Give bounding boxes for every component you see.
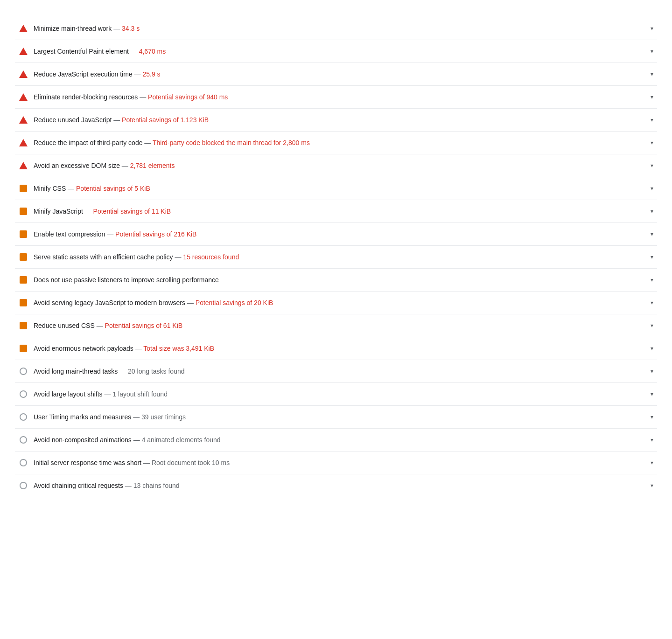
- item-separator: —: [123, 482, 133, 489]
- item-separator: —: [185, 299, 196, 306]
- item-detail: Potential savings of 61 KiB: [105, 322, 183, 329]
- item-label: Largest Contentful Paint element — 4,670…: [34, 48, 166, 55]
- chevron-down-icon: ▾: [651, 437, 653, 443]
- info-icon: [19, 389, 28, 399]
- chevron-down-icon: ▾: [651, 299, 653, 306]
- item-detail: Third-party code blocked the main thread…: [153, 139, 310, 146]
- item-detail: 15 resources found: [183, 253, 239, 261]
- chevron-down-icon: ▾: [651, 322, 653, 329]
- warning-icon: [19, 321, 28, 330]
- item-detail: 13 chains found: [133, 482, 180, 489]
- chevron-down-icon: ▾: [651, 185, 653, 192]
- item-label: Reduce unused CSS — Potential savings of…: [34, 322, 182, 329]
- item-label: Avoid non-composited animations — 4 anim…: [34, 436, 221, 444]
- diagnostic-item-reduce-js-execution[interactable]: Reduce JavaScript execution time — 25.9 …: [15, 63, 657, 86]
- item-detail: 39 user timings: [141, 413, 186, 421]
- chevron-down-icon: ▾: [651, 414, 653, 420]
- item-separator: —: [173, 253, 183, 261]
- item-separator: —: [142, 139, 153, 146]
- item-label: User Timing marks and measures — 39 user…: [34, 413, 186, 421]
- chevron-down-icon: ▾: [651, 368, 653, 375]
- item-separator: —: [120, 162, 130, 169]
- item-detail: 34.3 s: [122, 25, 140, 32]
- diagnostic-item-minify-css[interactable]: Minify CSS — Potential savings of 5 KiB▾: [15, 177, 657, 200]
- item-label: Avoid long main-thread tasks — 20 long t…: [34, 368, 185, 375]
- chevron-down-icon: ▾: [651, 459, 653, 466]
- item-label: Does not use passive listeners to improv…: [34, 276, 219, 284]
- chevron-down-icon: ▾: [651, 254, 653, 260]
- item-separator: —: [95, 322, 105, 329]
- diagnostic-item-dom-size[interactable]: Avoid an excessive DOM size — 2,781 elem…: [15, 154, 657, 177]
- diagnostic-item-server-response-time[interactable]: Initial server response time was short —…: [15, 451, 657, 474]
- diagnostic-item-text-compression[interactable]: Enable text compression — Potential savi…: [15, 223, 657, 246]
- item-detail: Potential savings of 940 ms: [148, 93, 228, 101]
- warning-icon: [19, 207, 28, 216]
- item-detail: Potential savings of 20 KiB: [196, 299, 273, 306]
- item-separator: —: [66, 185, 76, 192]
- item-label: Avoid serving legacy JavaScript to moder…: [34, 299, 273, 306]
- item-label: Reduce the impact of third-party code — …: [34, 139, 310, 146]
- info-icon: [19, 367, 28, 376]
- diagnostic-item-network-payloads[interactable]: Avoid enormous network payloads — Total …: [15, 337, 657, 360]
- item-detail: Potential savings of 216 KiB: [115, 230, 196, 238]
- chevron-down-icon: ▾: [651, 208, 653, 215]
- diagnostic-item-reduce-unused-js[interactable]: Reduce unused JavaScript — Potential sav…: [15, 109, 657, 132]
- item-label: Minify CSS — Potential savings of 5 KiB: [34, 185, 150, 192]
- diagnostic-item-eliminate-render-blocking[interactable]: Eliminate render-blocking resources — Po…: [15, 86, 657, 109]
- error-icon: [19, 24, 28, 33]
- item-separator: —: [118, 368, 128, 375]
- diagnostics-container: Minimize main-thread work — 34.3 s▾Large…: [0, 0, 672, 508]
- item-separator: —: [131, 413, 141, 421]
- item-detail: 20 long tasks found: [128, 368, 184, 375]
- item-detail: 2,781 elements: [130, 162, 175, 169]
- item-detail: 4,670 ms: [139, 48, 166, 55]
- item-detail: Root document took 10 ms: [152, 459, 230, 466]
- chevron-down-icon: ▾: [651, 277, 653, 283]
- item-label: Initial server response time was short —…: [34, 459, 230, 466]
- chevron-down-icon: ▾: [651, 139, 653, 146]
- chevron-down-icon: ▾: [651, 117, 653, 123]
- error-icon: [19, 161, 28, 170]
- error-icon: [19, 69, 28, 79]
- diagnostic-item-layout-shifts[interactable]: Avoid large layout shifts — 1 layout shi…: [15, 383, 657, 406]
- diagnostic-item-largest-contentful-paint[interactable]: Largest Contentful Paint element — 4,670…: [15, 40, 657, 63]
- diagnostic-item-third-party-code[interactable]: Reduce the impact of third-party code — …: [15, 132, 657, 154]
- diagnostic-item-minimize-main-thread[interactable]: Minimize main-thread work — 34.3 s▾: [15, 17, 657, 40]
- info-icon: [19, 412, 28, 422]
- item-label: Eliminate render-blocking resources — Po…: [34, 93, 228, 101]
- item-label: Reduce unused JavaScript — Potential sav…: [34, 116, 209, 124]
- item-separator: —: [141, 459, 152, 466]
- warning-icon: [19, 229, 28, 239]
- warning-icon: [19, 252, 28, 262]
- diagnostic-item-passive-listeners[interactable]: Does not use passive listeners to improv…: [15, 269, 657, 292]
- diagnostic-item-long-tasks[interactable]: Avoid long main-thread tasks — 20 long t…: [15, 360, 657, 383]
- item-separator: —: [112, 116, 122, 124]
- item-label: Avoid large layout shifts — 1 layout shi…: [34, 390, 168, 398]
- info-icon: [19, 435, 28, 445]
- diagnostic-item-minify-js[interactable]: Minify JavaScript — Potential savings of…: [15, 200, 657, 223]
- item-detail: 4 animated elements found: [142, 436, 221, 444]
- chevron-down-icon: ▾: [651, 162, 653, 169]
- item-label: Minimize main-thread work — 34.3 s: [34, 25, 140, 32]
- chevron-down-icon: ▾: [651, 391, 653, 397]
- item-separator: —: [103, 390, 113, 398]
- error-icon: [19, 92, 28, 102]
- item-label: Reduce JavaScript execution time — 25.9 …: [34, 70, 161, 78]
- diagnostic-item-unused-css[interactable]: Reduce unused CSS — Potential savings of…: [15, 314, 657, 337]
- chevron-down-icon: ▾: [651, 482, 653, 489]
- warning-icon: [19, 184, 28, 193]
- diagnostic-item-user-timing[interactable]: User Timing marks and measures — 39 user…: [15, 406, 657, 429]
- item-detail: Total size was 3,491 KiB: [143, 345, 214, 352]
- item-label: Minify JavaScript — Potential savings of…: [34, 208, 171, 215]
- chevron-down-icon: ▾: [651, 345, 653, 352]
- diagnostic-item-non-composited-animations[interactable]: Avoid non-composited animations — 4 anim…: [15, 429, 657, 451]
- item-label: Avoid enormous network payloads — Total …: [34, 345, 214, 352]
- item-detail: 1 layout shift found: [112, 390, 168, 398]
- item-label: Enable text compression — Potential savi…: [34, 230, 196, 238]
- diagnostic-item-chaining-critical-requests[interactable]: Avoid chaining critical requests — 13 ch…: [15, 474, 657, 497]
- chevron-down-icon: ▾: [651, 231, 653, 237]
- error-icon: [19, 138, 28, 147]
- item-separator: —: [112, 25, 122, 32]
- diagnostic-item-legacy-js[interactable]: Avoid serving legacy JavaScript to moder…: [15, 292, 657, 314]
- diagnostic-item-cache-policy[interactable]: Serve static assets with an efficient ca…: [15, 246, 657, 269]
